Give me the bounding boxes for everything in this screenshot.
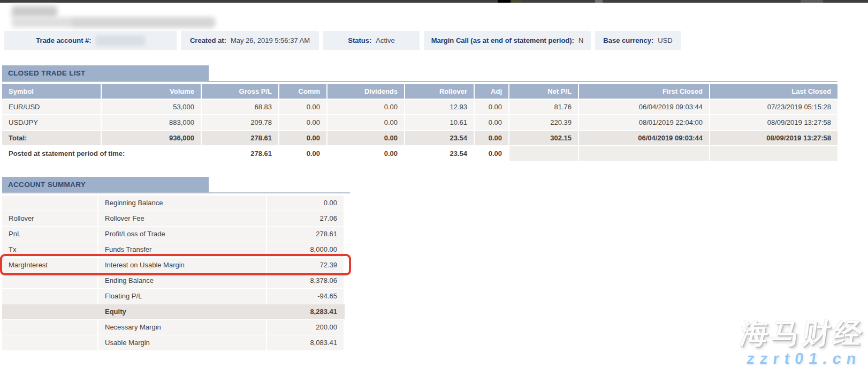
info-label: Created at: <box>190 36 226 44</box>
redacted-logo <box>7 4 227 28</box>
table-cell: 23.54 <box>405 146 474 161</box>
watermark-url-text: zzrt01.cn <box>736 350 862 367</box>
redacted-blob <box>12 6 57 18</box>
table-header-row: SymbolVolumeGross P/LCommDividendsRollov… <box>2 84 837 99</box>
table-cell: 0.00 <box>279 115 326 130</box>
table-cell: Total: <box>2 131 101 145</box>
summary-description: Floating P/L <box>98 289 266 304</box>
table-cell: 06/04/2019 09:03:44 <box>579 131 709 145</box>
summary-description: Necessary Margin <box>98 320 266 335</box>
table-cell: 08/09/2019 13:27:58 <box>710 115 837 130</box>
section-title-closed-trade-list: CLOSED TRADE LIST <box>2 65 209 81</box>
top-bar-notch <box>512 0 522 3</box>
info-segment: Margin Call (as at end of statement peri… <box>424 31 591 50</box>
column-header: Rollover <box>405 84 474 99</box>
summary-description: Equity <box>98 304 266 319</box>
table-cell: 209.78 <box>202 115 278 130</box>
watermark-cn-text: 海马财经 <box>738 317 867 350</box>
table-cell: 08/01/2019 22:04:00 <box>579 115 709 130</box>
redacted-account-number <box>96 35 145 46</box>
top-bar-notch <box>595 0 603 3</box>
summary-row: MargInterestInterest on Usable Margin72.… <box>2 258 345 273</box>
summary-row: Ending Balance8,378.06 <box>2 273 345 288</box>
table-cell: USD/JPY <box>2 115 101 130</box>
summary-description: Interest on Usable Margin <box>98 258 266 273</box>
empty-cell <box>579 146 709 161</box>
summary-code: Rollover <box>2 211 97 226</box>
info-value: USD <box>658 36 672 44</box>
summary-description: Funds Transfer <box>98 242 266 257</box>
info-value: Active <box>376 36 394 44</box>
summary-code <box>2 273 97 288</box>
summary-description: Profit/Loss of Trade <box>98 227 266 242</box>
summary-row: TxFunds Transfer8,000.00 <box>2 242 345 257</box>
summary-description: Ending Balance <box>98 273 266 288</box>
column-header: First Closed <box>579 84 709 99</box>
closed-trade-table: SymbolVolumeGross P/LCommDividendsRollov… <box>2 84 837 162</box>
column-header: Adj <box>475 84 508 99</box>
column-header: Volume <box>102 84 201 99</box>
summary-value: 8,378.06 <box>267 273 344 288</box>
empty-cell <box>710 146 837 161</box>
table-cell: 0.00 <box>279 146 326 161</box>
table-row: USD/JPY883,000209.780.000.0010.610.00220… <box>2 115 837 130</box>
column-header: Comm <box>279 84 326 99</box>
info-segment: Base currency:USD <box>595 31 681 50</box>
summary-value: 27.06 <box>267 211 344 226</box>
top-bar-notch <box>498 0 511 3</box>
table-cell: 08/09/2019 13:27:58 <box>710 131 837 145</box>
table-cell: 0.00 <box>475 100 508 114</box>
column-header: Gross P/L <box>202 84 278 99</box>
summary-value: 278.61 <box>267 227 344 242</box>
summary-row: Necessary Margin200.00 <box>2 320 345 335</box>
table-cell: 68.83 <box>202 100 278 114</box>
table-cell: 278.61 <box>202 131 278 145</box>
summary-code: MargInterest <box>2 258 97 273</box>
table-cell: 0.00 <box>328 115 404 130</box>
section-title-account-summary: ACCOUNT SUMMARY <box>2 177 209 192</box>
table-cell: 0.00 <box>279 100 326 114</box>
posted-label: Posted at statement period of time: <box>2 146 201 161</box>
summary-row: PnLProfit/Loss of Trade278.61 <box>2 227 345 242</box>
top-bar-notch <box>801 0 823 3</box>
summary-value: -94.65 <box>267 289 344 304</box>
summary-description: Rollover Fee <box>98 211 266 226</box>
column-header: Symbol <box>2 84 101 99</box>
summary-code <box>2 304 97 319</box>
table-cell: 0.00 <box>279 131 326 145</box>
total-row: Total:936,000278.610.000.0023.540.00302.… <box>2 131 837 145</box>
section-divider <box>2 81 837 82</box>
summary-row: RolloverRollover Fee27.06 <box>2 211 345 226</box>
table-cell: 936,000 <box>102 131 201 145</box>
section-divider <box>2 192 350 193</box>
info-segment: Status:Active <box>323 31 420 50</box>
summary-row: Beginning Balance0.00 <box>2 196 345 211</box>
table-cell: 0.00 <box>328 146 404 161</box>
info-label: Margin Call (as at end of statement peri… <box>431 36 574 44</box>
table-cell: 53,000 <box>102 100 201 114</box>
empty-cell <box>509 146 578 161</box>
info-segment: Trade account #: <box>4 31 177 50</box>
posted-row: Posted at statement period of time:278.6… <box>2 146 837 161</box>
summary-code <box>2 335 97 350</box>
table-row: EUR/USD53,00068.830.000.0012.930.0081.76… <box>2 100 837 114</box>
table-cell: EUR/USD <box>2 100 101 114</box>
summary-code: Tx <box>2 242 97 257</box>
watermark: 海马财经 zzrt01.cn <box>736 317 867 367</box>
table-cell: 220.39 <box>509 115 578 130</box>
table-cell: 10.61 <box>405 115 474 130</box>
info-label: Trade account #: <box>36 36 91 44</box>
summary-row: Floating P/L-94.65 <box>2 289 345 304</box>
info-value: N <box>578 36 583 44</box>
account-summary-table: Beginning Balance0.00RolloverRollover Fe… <box>2 196 345 351</box>
table-cell: 0.00 <box>475 146 508 161</box>
table-cell: 81.76 <box>509 100 578 114</box>
summary-code <box>2 320 97 335</box>
table-cell: 12.93 <box>405 100 474 114</box>
column-header: Dividends <box>328 84 404 99</box>
table-cell: 07/23/2019 05:15:28 <box>710 100 837 114</box>
summary-description: Usable Margin <box>98 335 266 350</box>
info-value: May 26, 2019 5:56:37 AM <box>231 36 310 44</box>
table-cell: 302.15 <box>509 131 578 145</box>
summary-row: Equity8,283.41 <box>2 304 345 319</box>
